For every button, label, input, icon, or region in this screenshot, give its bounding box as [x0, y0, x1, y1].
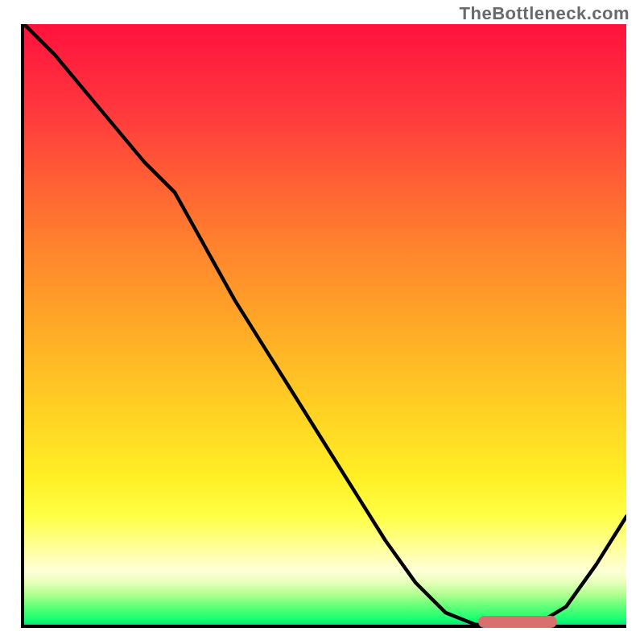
watermark-text: TheBottleneck.com — [460, 3, 630, 24]
chart-background-gradient — [24, 24, 626, 625]
highlight-range-bar — [478, 616, 557, 628]
chart-plot-area — [21, 24, 626, 628]
